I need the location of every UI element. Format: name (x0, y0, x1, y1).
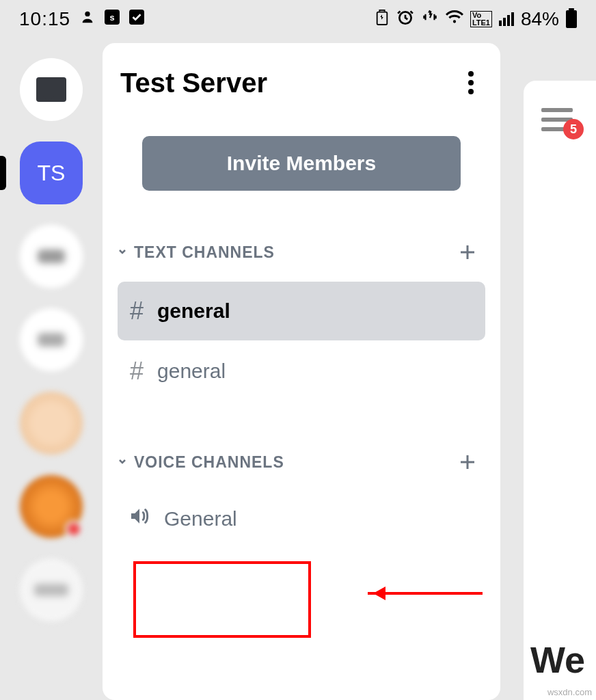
channel-name: General (164, 507, 237, 530)
app-s-icon: s (105, 10, 120, 29)
channel-panel: Test Server Invite Members TEXT CHANNELS (103, 43, 500, 700)
plus-icon (458, 243, 477, 262)
battery-icon (566, 10, 577, 28)
server-title: Test Server (120, 68, 267, 98)
text-channel-general-selected[interactable]: # general (118, 282, 485, 340)
invite-members-button[interactable]: Invite Members (142, 136, 461, 191)
checkbox-icon (129, 10, 144, 29)
status-bar: 10:15 s VoLTE1 84% (0, 0, 596, 38)
server-ts-button[interactable]: TS (20, 142, 83, 204)
panel-header: Test Server (118, 65, 485, 114)
server-more-button[interactable] (462, 65, 480, 100)
svg-point-0 (85, 11, 90, 16)
text-channel-general[interactable]: # general (118, 342, 485, 401)
text-channels-category: TEXT CHANNELS # general # general (118, 237, 485, 401)
server-blurred-3[interactable] (20, 392, 83, 455)
svg-point-7 (468, 80, 474, 85)
status-left: 10:15 s (19, 8, 144, 30)
channel-name: general (157, 299, 230, 323)
direct-messages-button[interactable] (20, 58, 83, 121)
volte-icon: VoLTE1 (470, 11, 492, 27)
server-blurred-4[interactable] (20, 475, 83, 538)
category-label: VOICE CHANNELS (134, 453, 284, 472)
annotation-arrow (368, 592, 483, 595)
category-label: TEXT CHANNELS (134, 243, 275, 262)
active-indicator (0, 156, 6, 190)
category-header-voice[interactable]: VOICE CHANNELS (118, 447, 485, 490)
server-initials: TS (38, 161, 66, 186)
chat-icon (36, 77, 66, 102)
speaker-icon (128, 505, 150, 532)
add-text-channel-button[interactable] (452, 237, 483, 268)
server-rail: TS (0, 38, 103, 700)
battery-percentage: 84% (521, 8, 559, 30)
svg-point-8 (468, 89, 474, 94)
svg-point-6 (468, 71, 474, 77)
signal-icon (499, 12, 514, 26)
chevron-down-icon (118, 455, 127, 470)
recycle-icon (375, 8, 390, 30)
voice-channels-category: VOICE CHANNELS General (118, 447, 485, 547)
server-blurred-1[interactable] (20, 225, 83, 288)
voice-channel-general[interactable]: General (118, 490, 485, 547)
svg-text:s: s (110, 12, 115, 22)
notification-dot (65, 520, 83, 538)
more-vertical-icon (468, 70, 474, 95)
plus-icon (458, 453, 477, 472)
status-time: 10:15 (19, 8, 70, 30)
hamburger-menu-button[interactable]: 5 (541, 108, 596, 131)
welcome-heading-peek: We (530, 638, 585, 681)
members-panel-peek: 5 We (524, 81, 596, 700)
server-blurred-5[interactable] (20, 558, 83, 621)
alarm-icon (396, 8, 414, 30)
chevron-down-icon (118, 245, 127, 260)
person-icon (80, 10, 95, 29)
wifi-icon (446, 10, 463, 29)
hash-icon: # (130, 297, 144, 325)
category-header-text[interactable]: TEXT CHANNELS (118, 237, 485, 280)
server-blurred-2[interactable] (20, 308, 83, 371)
notification-badge: 5 (563, 119, 584, 139)
add-voice-channel-button[interactable] (452, 447, 483, 478)
vibrate-icon (421, 8, 439, 30)
hash-icon: # (130, 357, 144, 386)
status-right: VoLTE1 84% (375, 8, 577, 30)
channel-name: general (157, 360, 226, 383)
invite-label: Invite Members (227, 152, 376, 175)
watermark: wsxdn.com (547, 687, 592, 697)
